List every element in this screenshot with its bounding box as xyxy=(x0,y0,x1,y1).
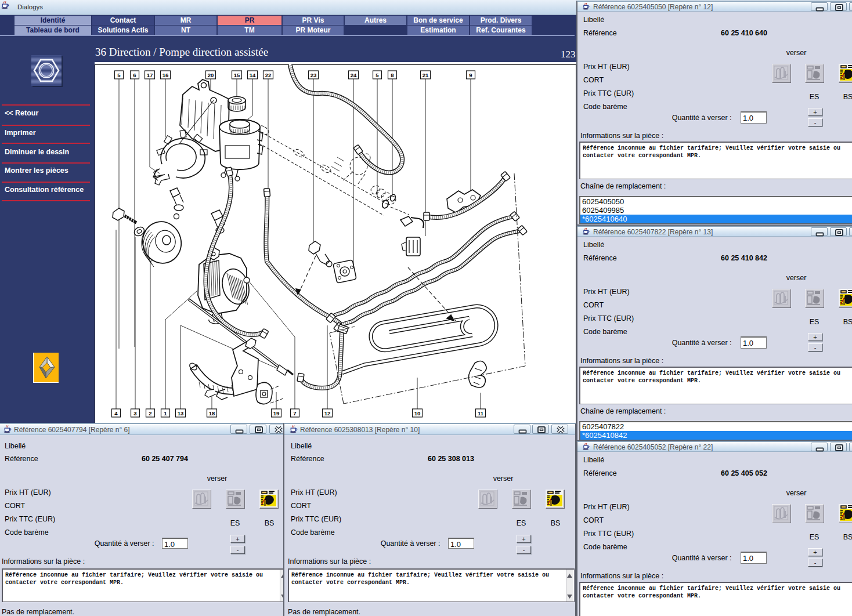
svg-text:1: 1 xyxy=(164,410,167,416)
svg-text:8: 8 xyxy=(391,72,393,78)
svg-text:10: 10 xyxy=(414,410,421,416)
svg-text:20: 20 xyxy=(208,72,214,78)
svg-text:6: 6 xyxy=(133,72,136,78)
svg-text:2: 2 xyxy=(149,410,151,416)
svg-text:5: 5 xyxy=(117,72,121,78)
svg-text:22: 22 xyxy=(265,72,272,78)
svg-text:18: 18 xyxy=(209,410,215,416)
svg-text:23: 23 xyxy=(311,72,317,78)
svg-text:9: 9 xyxy=(469,72,472,78)
svg-text:16: 16 xyxy=(163,72,169,78)
svg-text:11: 11 xyxy=(478,410,484,416)
svg-text:17: 17 xyxy=(147,72,153,78)
svg-text:24: 24 xyxy=(351,72,357,78)
svg-text:15: 15 xyxy=(234,72,240,78)
svg-text:7: 7 xyxy=(293,410,296,416)
svg-text:21: 21 xyxy=(423,72,429,78)
svg-text:5: 5 xyxy=(376,72,379,78)
svg-text:13: 13 xyxy=(178,410,184,416)
svg-text:12: 12 xyxy=(324,410,331,416)
svg-text:3: 3 xyxy=(133,410,136,416)
svg-text:19: 19 xyxy=(273,410,280,416)
svg-text:4: 4 xyxy=(114,410,118,416)
svg-text:14: 14 xyxy=(250,72,256,78)
